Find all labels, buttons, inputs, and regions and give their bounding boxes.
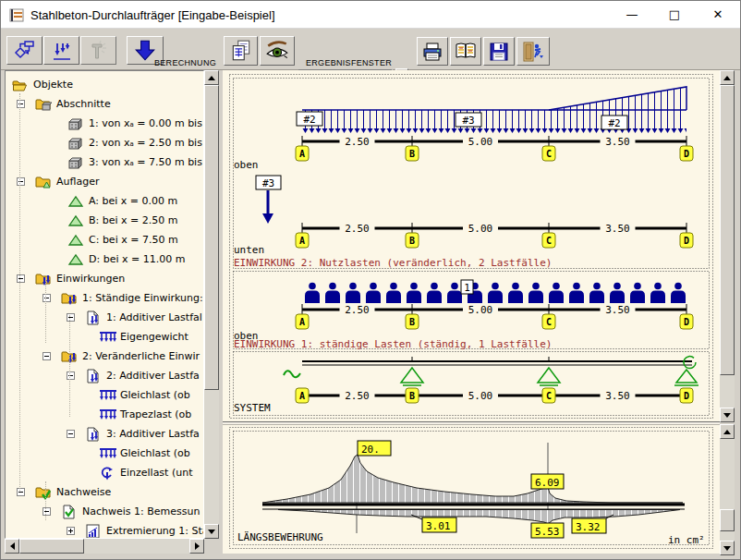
tree-item[interactable]: A: bei x = 0.00 m <box>6 191 203 211</box>
tree-item[interactable]: Objekte <box>6 75 203 94</box>
tree-item[interactable]: 1: Additiver Lastfal <box>6 308 203 327</box>
support-triangle-icon <box>67 194 85 209</box>
result-graphics-panel[interactable] <box>223 424 720 555</box>
save-icon <box>488 41 510 63</box>
tree-item[interactable]: 1: von xₐ = 0.00 m bis <box>6 114 203 133</box>
folder-open-icon <box>11 78 30 92</box>
exit-button[interactable] <box>516 37 550 66</box>
point-load-icon <box>98 466 116 481</box>
berechnung-label: BERECHNUNG <box>154 58 216 67</box>
window-frame <box>1 554 741 560</box>
load-input-button[interactable] <box>43 36 79 65</box>
tree-item-label: Einwirkungen <box>56 273 125 285</box>
doc-loads-icon <box>84 427 103 442</box>
copy-output-button[interactable] <box>224 36 258 66</box>
tree-item-label: 1: Ständige Einwirkung: <box>82 292 203 304</box>
tree-item-label: Auflager <box>56 176 99 188</box>
scroll-up-button[interactable] <box>204 70 219 85</box>
tree-hscroll-thumb[interactable] <box>19 539 84 554</box>
view-button[interactable] <box>260 36 295 66</box>
tree-item-label: 3: Additiver Lastfa <box>106 428 200 440</box>
graphics-vscroll-thumb[interactable] <box>720 85 735 375</box>
scroll-right-button[interactable] <box>189 539 204 554</box>
tree-item[interactable]: 3: von xₐ = 7.50 m bis <box>6 152 203 172</box>
app-window: Stahlbeton-Durchlaufträger [Eingabe-Beis… <box>0 0 741 560</box>
input-graphics-panel[interactable] <box>223 70 720 422</box>
tree-item[interactable]: 3: Additiver Lastfa <box>6 424 203 444</box>
scroll-up-button[interactable] <box>720 424 735 439</box>
tree-connector <box>19 93 20 491</box>
tree-item-label: Einzellast (unt <box>120 467 192 479</box>
tree-item-label: Nachweise <box>56 486 111 498</box>
tool-disabled-icon <box>87 40 111 62</box>
exit-icon <box>520 41 546 63</box>
result-vscroll-thumb[interactable] <box>720 509 735 531</box>
scroll-down-icon <box>208 530 215 534</box>
collapse-box[interactable] <box>43 352 51 360</box>
tree-connector <box>69 315 70 417</box>
collapse-box[interactable] <box>17 177 25 186</box>
tree-item[interactable]: Eigengewicht <box>6 327 203 347</box>
scroll-down-icon <box>723 546 731 551</box>
title-bar[interactable]: Stahlbeton-Durchlaufträger [Eingabe-Beis… <box>1 1 740 29</box>
close-button[interactable]: ✕ <box>696 1 740 28</box>
minimize-button[interactable]: — <box>611 1 653 28</box>
collapse-box[interactable] <box>17 274 25 283</box>
print-button[interactable] <box>417 37 448 66</box>
doc-check-icon <box>60 505 79 519</box>
collapse-box[interactable] <box>17 488 25 496</box>
tree-item-label: Gleichlast (ob <box>120 447 190 459</box>
tree-item[interactable]: Trapezlast (ob <box>6 405 203 424</box>
tree-item-label: Trapezlast (ob <box>120 408 191 420</box>
tree-item-label: Gleichlast (ob <box>120 389 190 401</box>
tree-vscroll-thumb[interactable] <box>204 85 219 390</box>
tree-item[interactable]: 2: Veränderliche Einwir <box>6 347 203 366</box>
tree-item[interactable]: D: bei x = 11.00 m <box>6 250 203 269</box>
tree-item-label: 2: Veränderliche Einwir <box>82 350 200 362</box>
scroll-down-button[interactable] <box>720 408 735 422</box>
collapse-box[interactable] <box>17 100 25 108</box>
tree-item[interactable]: C: bei x = 7.50 m <box>6 230 203 250</box>
result-vscrollbar[interactable] <box>720 424 735 555</box>
support-triangle-icon <box>67 213 85 228</box>
tree-item[interactable]: Einzellast (unt <box>6 463 203 482</box>
tree-item[interactable]: 2: von xₐ = 2.50 m bis <box>6 133 203 152</box>
folder-check-icon <box>34 485 53 500</box>
tree-item[interactable]: Auflager <box>6 172 203 191</box>
scroll-down-button[interactable] <box>204 524 219 539</box>
section-block-icon <box>67 136 85 151</box>
collapse-box[interactable] <box>43 294 51 302</box>
tree-item[interactable]: 2: Additiver Lastfa <box>6 366 203 385</box>
tree-item[interactable]: Gleichlast (ob <box>6 444 203 463</box>
collapse-box[interactable] <box>43 507 51 516</box>
tree-item[interactable]: Nachweise <box>6 482 203 502</box>
save-button[interactable] <box>483 37 515 66</box>
tree-item[interactable]: Einwirkungen <box>6 269 203 288</box>
scroll-right-icon <box>195 542 200 550</box>
collapse-box[interactable] <box>67 313 75 322</box>
flowchart-button[interactable] <box>6 36 43 65</box>
manual-button[interactable] <box>450 37 481 66</box>
tree-item[interactable]: Extremierung 1: Sta <box>6 521 203 539</box>
tree-item[interactable]: Gleichlast (ob <box>6 385 203 405</box>
folder-loads-icon <box>60 291 79 306</box>
scroll-down-button[interactable] <box>720 541 735 555</box>
tree-item-label: Extremierung 1: Sta <box>106 525 204 537</box>
collapse-box[interactable] <box>67 371 75 380</box>
tree-item[interactable]: 1: Ständige Einwirkung: <box>6 288 203 308</box>
object-tree[interactable]: ObjekteAbschnitte1: von xₐ = 0.00 m bis2… <box>5 70 204 539</box>
tree-item[interactable]: Nachweis 1: Bemessun <box>6 502 203 521</box>
collapse-box[interactable] <box>67 430 75 438</box>
tree-item[interactable]: Abschnitte <box>6 94 203 114</box>
expand-box[interactable] <box>67 527 75 535</box>
tree-item-label: 2: Additiver Lastfa <box>106 370 200 382</box>
tree-item[interactable]: B: bei x = 2.50 m <box>6 211 203 230</box>
scroll-left-button[interactable] <box>5 539 19 554</box>
tree-item-label: A: bei x = 0.00 m <box>89 195 177 207</box>
scroll-up-button[interactable] <box>720 70 735 85</box>
dist-load-icon <box>98 446 116 461</box>
maximize-button[interactable]: □ <box>653 1 696 28</box>
support-triangle-icon <box>67 233 85 248</box>
folder-sections-icon <box>34 97 53 112</box>
tree-item-label: Abschnitte <box>56 98 111 110</box>
